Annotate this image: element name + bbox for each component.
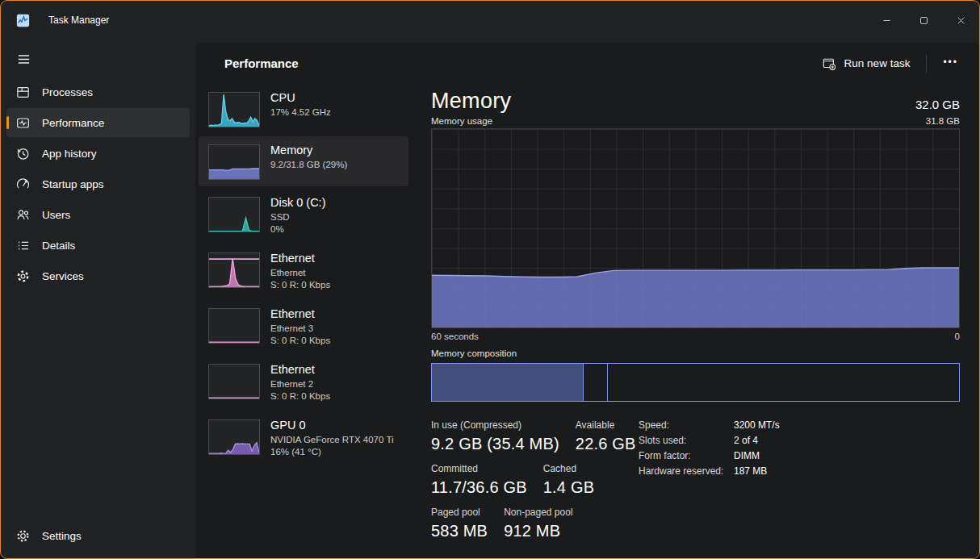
users-icon xyxy=(15,207,31,223)
stat-row: Paged pool583 MBNon-paged pool912 MB xyxy=(431,507,634,540)
composition-in-use-segment xyxy=(432,364,583,401)
more-options-icon: ••• xyxy=(943,56,958,68)
sidebar-nav: Processes Performance App history Startu… xyxy=(1,76,195,292)
perf-item-title: Ethernet xyxy=(270,307,330,320)
perf-item-thumbnail-chart xyxy=(208,92,260,127)
stat-label: In use (Compressed) xyxy=(431,419,559,431)
page-header: Performance Run new task ••• xyxy=(195,43,979,84)
stat-value: 912 MB xyxy=(504,522,572,540)
composition-divider-1 xyxy=(583,364,584,401)
perf-item-thumbnail-chart xyxy=(208,144,260,180)
stat-label: Available xyxy=(576,419,636,431)
spec-label-form-factor: Form factor: xyxy=(639,450,734,461)
maximize-button[interactable] xyxy=(905,1,942,40)
memory-sparkline xyxy=(209,145,259,179)
app-history-icon xyxy=(15,146,31,161)
perf-item-text: Ethernet Ethernet 2S: 0 R: 0 Kbps xyxy=(270,362,330,403)
task-manager-app-icon xyxy=(16,14,30,27)
stat-label: Non-paged pool xyxy=(504,507,572,518)
page-title: Performance xyxy=(224,56,299,70)
perf-item-sublines: SSD0% xyxy=(270,211,325,236)
settings-gear-icon xyxy=(15,528,31,544)
perf-item-title: CPU xyxy=(270,91,331,104)
perf-item-thumbnail-chart xyxy=(208,252,260,288)
stat-value: 9.2 GB (35.4 MB) xyxy=(431,435,559,453)
processes-icon xyxy=(15,85,31,100)
sidebar-item-services[interactable]: Services xyxy=(6,261,190,290)
composition-divider-2 xyxy=(607,364,608,401)
perf-list: CPU 17% 4.52 GHz Memory 9.2/31.8 GB (29%… xyxy=(195,84,410,467)
perf-item-text: Ethernet EthernetS: 0 R: 0 Kbps xyxy=(270,251,330,291)
stat-paged-pool: Paged pool583 MB xyxy=(431,507,488,540)
run-new-task-label: Run new task xyxy=(844,57,911,69)
spec-value-speed: 3200 MT/s xyxy=(734,419,780,431)
perf-item-text: Disk 0 (C:) SSD0% xyxy=(270,195,325,236)
memory-usage-label: Memory usage xyxy=(431,116,492,126)
perf-list-item-memory[interactable]: Memory 9.2/31.8 GB (29%) xyxy=(199,136,408,186)
memory-composition-label: Memory composition xyxy=(431,348,960,358)
stat-row: Committed11.7/36.6 GBCached1.4 GB xyxy=(431,463,634,497)
more-options-button[interactable]: ••• xyxy=(933,52,968,76)
sidebar-item-label: App history xyxy=(42,148,97,160)
stat-value: 1.4 GB xyxy=(543,478,594,497)
perf-item-subline: 16% (41 °C) xyxy=(270,446,394,458)
close-button[interactable] xyxy=(942,1,979,40)
run-new-task-icon xyxy=(822,56,836,71)
perf-list-item-disk0[interactable]: Disk 0 (C:) SSD0% xyxy=(199,189,408,242)
perf-item-title: Memory xyxy=(270,144,347,156)
disk0-sparkline xyxy=(209,198,259,232)
run-new-task-button[interactable]: Run new task xyxy=(812,51,920,77)
spec-value-hardware-reserved: 187 MB xyxy=(734,465,780,477)
details-icon xyxy=(15,238,31,253)
sidebar-item-label: Settings xyxy=(42,530,82,542)
navigation-menu-button[interactable] xyxy=(11,48,36,69)
sidebar-item-label: Startup apps xyxy=(42,178,104,190)
perf-item-text: CPU 17% 4.52 GHz xyxy=(270,90,331,127)
cpu-sparkline xyxy=(209,93,259,127)
perf-item-sublines: Ethernet 3S: 0 R: 0 Kbps xyxy=(270,323,330,347)
perf-item-thumbnail-chart xyxy=(208,308,260,344)
perf-item-title: Ethernet xyxy=(270,363,330,376)
minimize-button[interactable] xyxy=(868,1,905,40)
services-icon xyxy=(15,269,31,284)
graph-time-axis: 60 seconds 0 xyxy=(431,332,960,341)
memory-usage-row: Memory usage 31.8 GB xyxy=(431,116,960,126)
memory-usage-graph-plot xyxy=(431,128,960,328)
sidebar-item-details[interactable]: Details xyxy=(6,231,190,260)
maximize-icon xyxy=(918,15,930,27)
stat-value: 11.7/36.6 GB xyxy=(431,478,527,497)
perf-item-title: GPU 0 xyxy=(270,419,394,432)
perf-item-subline: NVIDIA GeForce RTX 4070 Ti xyxy=(270,434,394,446)
memory-stats-area: In use (Compressed)9.2 GB (35.4 MB)Avail… xyxy=(431,419,960,550)
memory-detail-panel: Memory 32.0 GB Memory usage 31.8 GB 60 s… xyxy=(431,88,960,550)
sidebar-item-processes[interactable]: Processes xyxy=(6,77,190,106)
perf-list-item-cpu[interactable]: CPU 17% 4.52 GHz xyxy=(199,84,408,134)
task-manager-window: Task Manager Processes Performance App h… xyxy=(0,0,980,559)
stat-value: 583 MB xyxy=(431,522,488,540)
ethernet1-sparkline xyxy=(209,253,259,287)
perf-list-item-gpu0[interactable]: GPU 0 NVIDIA GeForce RTX 4070 Ti16% (41 … xyxy=(199,411,408,465)
stat-non-paged-pool: Non-paged pool912 MB xyxy=(504,507,572,540)
perf-list-item-ethernet1[interactable]: Ethernet EthernetS: 0 R: 0 Kbps xyxy=(199,244,408,298)
memory-total-capacity: 32.0 GB xyxy=(915,98,960,114)
sidebar-item-users[interactable]: Users xyxy=(6,200,190,229)
sidebar-item-startup-apps[interactable]: Startup apps xyxy=(6,169,190,198)
perf-list-item-ethernet3[interactable]: Ethernet Ethernet 3S: 0 R: 0 Kbps xyxy=(199,300,408,353)
perf-item-text: GPU 0 NVIDIA GeForce RTX 4070 Ti16% (41 … xyxy=(270,418,394,458)
sidebar-item-app-history[interactable]: App history xyxy=(6,139,190,168)
sidebar-item-label: Users xyxy=(42,209,70,221)
sidebar-item-settings[interactable]: Settings xyxy=(6,521,190,550)
sidebar-item-performance[interactable]: Performance xyxy=(6,108,190,137)
spec-value-form-factor: DIMM xyxy=(734,450,780,461)
stat-in-use: In use (Compressed)9.2 GB (35.4 MB) xyxy=(431,419,559,453)
perf-list-item-ethernet2[interactable]: Ethernet Ethernet 2S: 0 R: 0 Kbps xyxy=(199,356,408,409)
memory-title: Memory xyxy=(431,88,511,114)
memory-specs: Speed:3200 MT/sSlots used:2 of 4Form fac… xyxy=(639,419,780,550)
perf-item-text: Memory 9.2/31.8 GB (29%) xyxy=(270,143,347,180)
sidebar-item-label: Services xyxy=(42,270,84,282)
spec-label-slots-used: Slots used: xyxy=(639,435,734,446)
perf-item-sublines: NVIDIA GeForce RTX 4070 Ti16% (41 °C) xyxy=(270,434,394,458)
ethernet2-sparkline xyxy=(209,365,259,398)
memory-composition-bar xyxy=(431,363,960,402)
close-icon xyxy=(955,15,967,27)
